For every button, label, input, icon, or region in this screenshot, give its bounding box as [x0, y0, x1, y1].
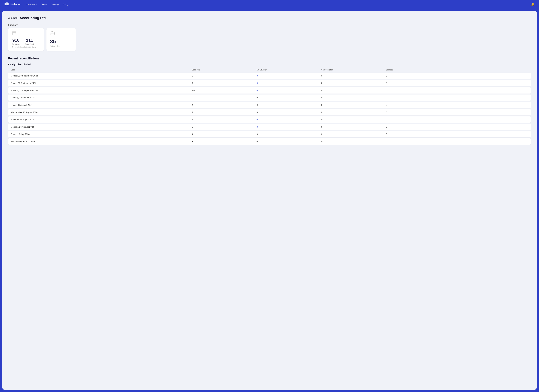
calendar-icon	[12, 31, 40, 36]
cell-smart-match: 0	[256, 104, 321, 106]
cell-smart-match: 0	[256, 82, 321, 84]
table-row[interactable]: Wednesday, 28 August 2024 2 0 0 0	[8, 109, 531, 115]
cell-skipped: 0	[386, 126, 451, 128]
summary-cards: 916 Bank rules 111 SmartMatch Reconcilia…	[8, 28, 531, 51]
col-smart-match: SmartMatch	[256, 69, 321, 71]
table-row[interactable]: Friday, 20 September 2024 4 0 0 0	[8, 80, 531, 86]
summary-label: Summary	[8, 24, 531, 26]
cell-date: Tuesday, 27 August 2024	[11, 118, 192, 121]
cell-guided-match: 0	[321, 96, 386, 99]
cell-skipped: 0	[386, 89, 451, 92]
cell-date: Friday, 19 July 2024	[11, 133, 192, 135]
cell-smart-match: 0	[256, 126, 321, 128]
cell-bank-rule: 2	[192, 126, 256, 128]
nav-settings[interactable]: Settings	[51, 3, 59, 5]
cell-skipped: 0	[386, 111, 451, 114]
cell-guided-match: 0	[321, 82, 386, 84]
briefcase-icon	[50, 31, 55, 36]
nav-clients[interactable]: Clients	[41, 3, 47, 5]
notification-bell-icon[interactable]: 🔔	[531, 2, 534, 6]
svg-rect-2	[7, 3, 9, 5]
col-skipped: Skipped	[386, 69, 451, 71]
app-name: With Otto	[10, 3, 21, 6]
cell-date: Friday, 20 September 2024	[11, 82, 192, 84]
reconciliation-numbers: 916 Bank rules 111 SmartMatch	[12, 38, 40, 45]
bank-rules-count: 916	[12, 38, 19, 43]
cell-smart-match: 0	[256, 96, 321, 99]
app-logo[interactable]: With Otto	[5, 2, 21, 6]
cell-bank-rule: 3	[192, 140, 256, 143]
cell-date: Friday, 30 August 2024	[11, 104, 192, 106]
cell-guided-match: 0	[321, 118, 386, 121]
table-row[interactable]: Monday, 2 September 2024 9 0 0 0	[8, 95, 531, 101]
cell-bank-rule: 4	[192, 104, 256, 106]
nav-links: Dashboard Clients Settings Billing	[26, 3, 526, 5]
cell-date: Thursday, 19 September 2024	[11, 89, 192, 92]
cell-bank-rule: 4	[192, 82, 256, 84]
table-row[interactable]: Wednesday, 17 July 2024 3 0 0 0	[8, 138, 531, 145]
svg-rect-4	[13, 31, 13, 32]
cell-skipped: 0	[386, 96, 451, 99]
cell-smart-match: 0	[256, 118, 321, 121]
table-row[interactable]: Monday, 23 September 2024 9 0 0 0	[8, 73, 531, 79]
nav-billing[interactable]: Billing	[63, 3, 68, 5]
cell-skipped: 0	[386, 118, 451, 121]
cell-bank-rule: 4	[192, 133, 256, 135]
smart-match-block: 111 SmartMatch	[25, 38, 34, 45]
cell-guided-match: 0	[321, 89, 386, 92]
client-name: Lovely Client Limited	[8, 63, 531, 66]
cell-smart-match: 0	[256, 75, 321, 77]
main-content: ACME Accounting Ltd Summary	[2, 11, 537, 390]
bank-rules-block: 916 Bank rules	[12, 38, 20, 45]
cell-smart-match: 0	[256, 133, 321, 135]
svg-rect-5	[15, 31, 15, 32]
bank-rules-label: Bank rules	[12, 43, 20, 45]
cell-date: Wednesday, 17 July 2024	[11, 140, 192, 143]
col-bank-rule: Bank rule	[192, 69, 256, 71]
logo-icon	[5, 2, 9, 6]
svg-rect-7	[13, 33, 13, 33]
cell-date: Monday, 26 August 2024	[11, 126, 192, 128]
col-guided-match: GuidedMatch	[321, 69, 386, 71]
clients-card: 35 Active clients	[46, 28, 76, 51]
cell-guided-match: 0	[321, 75, 386, 77]
table-rows: Monday, 23 September 2024 9 0 0 0 Friday…	[8, 73, 531, 145]
cell-bank-rule: 3	[192, 118, 256, 121]
nav-dashboard[interactable]: Dashboard	[26, 3, 37, 5]
svg-rect-8	[14, 33, 14, 33]
cell-skipped: 0	[386, 140, 451, 143]
reconciliation-subtitle: Reconciliations in last 30 days	[12, 46, 40, 48]
cell-smart-match: 0	[256, 89, 321, 92]
cell-smart-match: 0	[256, 140, 321, 143]
table-row[interactable]: Thursday, 19 September 2024 186 0 0 0	[8, 87, 531, 94]
clients-label: Active clients	[50, 45, 61, 48]
table-row[interactable]: Friday, 19 July 2024 4 0 0 0	[8, 131, 531, 137]
cell-date: Wednesday, 28 August 2024	[11, 111, 192, 114]
svg-rect-9	[15, 33, 15, 33]
navbar: With Otto Dashboard Clients Settings Bil…	[0, 0, 539, 9]
table-row[interactable]: Monday, 26 August 2024 2 0 0 0	[8, 124, 531, 130]
table-row[interactable]: Friday, 30 August 2024 4 0 0 0	[8, 102, 531, 108]
cell-guided-match: 0	[321, 133, 386, 135]
cell-bank-rule: 186	[192, 89, 256, 92]
cell-skipped: 0	[386, 75, 451, 77]
svg-rect-12	[50, 32, 54, 35]
table-row[interactable]: Tuesday, 27 August 2024 3 0 0 0	[8, 116, 531, 123]
recent-reconciliations-title: Recent reconciliations	[8, 57, 531, 60]
cell-bank-rule: 2	[192, 111, 256, 114]
cell-skipped: 0	[386, 82, 451, 84]
page-title: ACME Accounting Ltd	[8, 16, 531, 20]
table-header: Date Bank rule SmartMatch GuidedMatch Sk…	[8, 68, 531, 72]
clients-count: 35	[50, 38, 56, 44]
cell-skipped: 0	[386, 104, 451, 106]
col-date: Date	[11, 69, 192, 71]
svg-rect-10	[13, 34, 13, 35]
cell-bank-rule: 9	[192, 75, 256, 77]
cell-guided-match: 0	[321, 111, 386, 114]
svg-rect-11	[14, 34, 14, 35]
cell-bank-rule: 9	[192, 96, 256, 99]
cell-smart-match: 0	[256, 111, 321, 114]
col-actions	[451, 69, 528, 71]
cell-date: Monday, 2 September 2024	[11, 96, 192, 99]
cell-guided-match: 0	[321, 140, 386, 143]
